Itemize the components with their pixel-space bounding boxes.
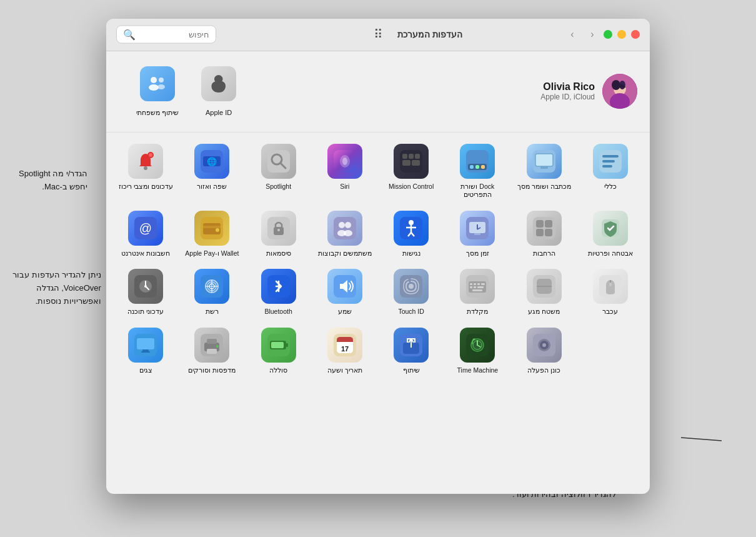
search-box[interactable]: 🔍 xyxy=(116,26,216,44)
profile-info[interactable]: Olivia Rico Apple ID, iCloud xyxy=(540,81,595,101)
svg-point-13 xyxy=(149,153,152,157)
svg-point-51 xyxy=(277,229,280,231)
keyboard-icon xyxy=(460,269,495,304)
siri-icon xyxy=(327,144,362,179)
screensaver-label: מכתבה ושומר מסך xyxy=(517,183,571,191)
passwords-icon xyxy=(261,211,296,246)
icon-printers[interactable]: מדפסות וסורקים xyxy=(179,321,245,380)
accessibility-annotation: ניתן להגדיר העדפות עבורVoiceOver, הגדלהו… xyxy=(12,269,101,308)
displays-label: צגים xyxy=(139,366,152,375)
icon-wallet[interactable]: Wallet ו-Apple Pay xyxy=(179,204,245,263)
sound-label: שמע xyxy=(338,308,352,316)
network-icon xyxy=(194,269,229,304)
svg-rect-27 xyxy=(402,154,407,159)
back-button[interactable]: ‹ xyxy=(565,27,580,42)
minimize-button[interactable] xyxy=(617,30,626,39)
svg-rect-18 xyxy=(267,150,290,173)
maximize-button[interactable] xyxy=(604,30,612,39)
startup-icon xyxy=(527,328,562,363)
forward-button[interactable]: › xyxy=(585,27,600,42)
icon-language[interactable]: 🌐 שפה ואזור xyxy=(179,138,245,204)
security-privacy-label: אבטחה ופרטיות xyxy=(588,249,633,258)
icon-timemachine[interactable]: Time Machine xyxy=(444,321,510,380)
dock-label: Dock ושורת התפריטים xyxy=(447,183,508,199)
svg-rect-65 xyxy=(474,233,480,235)
icon-screentime[interactable]: זמן מסך xyxy=(444,204,510,263)
icon-spotlight[interactable]: Spotlight xyxy=(246,138,312,204)
icon-notifications[interactable]: עדכונים ומצבי ריכוז xyxy=(112,138,179,204)
icon-screensaver[interactable]: מכתבה ושומר מסך xyxy=(511,138,577,204)
icon-sharing[interactable]: שיתוף xyxy=(378,321,444,380)
svg-rect-42 xyxy=(602,165,612,168)
icon-displays[interactable]: צגים xyxy=(112,321,179,380)
bluetooth-icon xyxy=(261,269,296,304)
svg-point-102 xyxy=(609,283,612,286)
extensions-label: הרחבות xyxy=(533,249,555,258)
svg-rect-72 xyxy=(545,229,552,236)
icon-security-passwords[interactable]: סיסמאות xyxy=(246,204,312,263)
spotlight-annot-text: הגדר/י מה Spotlightיחפש ב-Mac. xyxy=(19,168,87,194)
internet-icon: @ xyxy=(128,211,163,246)
profile-area[interactable]: שיתוף משפחתי Apple ID Olivia Rico Apple … xyxy=(106,51,650,133)
icon-battery[interactable]: סוללה xyxy=(246,321,312,380)
startup-label: כונן הפעלה xyxy=(527,366,560,375)
icon-security2[interactable]: אבטחה ופרטיות xyxy=(577,204,644,263)
software-update-label: עדכוני תוכנה xyxy=(127,308,164,316)
icon-bluetooth[interactable]: Bluetooth xyxy=(246,263,312,321)
icon-siri[interactable]: Siri xyxy=(312,138,378,204)
window-title: העדפות המערכת xyxy=(397,29,462,39)
svg-rect-29 xyxy=(415,154,420,159)
icon-general[interactable]: כללי xyxy=(577,138,644,204)
icon-keyboard[interactable]: מקלדת xyxy=(444,263,510,321)
sharing-icon xyxy=(394,328,429,363)
icon-software[interactable]: עדכוני תוכנה xyxy=(112,263,179,321)
svg-line-2 xyxy=(681,438,722,441)
apple-id-icon-item[interactable]: Apple ID xyxy=(196,61,241,122)
printers-icon xyxy=(194,328,229,363)
datetime-label: תאריך ושעה xyxy=(327,366,362,375)
icon-missioncontrol[interactable]: Mission Control xyxy=(378,138,444,204)
icon-startup[interactable]: כונן הפעלה xyxy=(511,321,577,380)
sharing-label: שיתוף xyxy=(403,366,420,375)
internet-label: חשבונות אינטרנט xyxy=(121,249,170,258)
icons-grid: עדכונים ומצבי ריכוז 🌐 שפה ואזור xyxy=(106,133,650,385)
avatar[interactable] xyxy=(602,74,637,109)
svg-rect-26 xyxy=(412,160,420,166)
svg-point-23 xyxy=(342,158,347,165)
search-icon: 🔍 xyxy=(123,29,136,41)
svg-rect-33 xyxy=(475,165,479,169)
icon-mouse[interactable]: עכבר xyxy=(577,263,644,321)
family-sharing-icon-item[interactable]: שיתוף משפחתי xyxy=(131,61,184,122)
svg-rect-48 xyxy=(216,228,219,232)
battery-label: סוללה xyxy=(269,366,287,375)
general-icon xyxy=(593,144,628,179)
icon-sound[interactable]: שמע xyxy=(312,263,378,321)
icon-extensions[interactable]: הרחבות xyxy=(511,204,577,263)
svg-point-76 xyxy=(144,285,147,288)
battery-icon xyxy=(261,328,296,363)
icon-users[interactable]: משתמשים וקבוצות xyxy=(312,204,378,263)
icon-network[interactable]: רשת xyxy=(179,263,245,321)
keyboard-label: מקלדת xyxy=(467,308,488,316)
icon-datetime[interactable]: 17 תאריך ושעה xyxy=(312,321,378,380)
svg-rect-109 xyxy=(207,339,217,344)
svg-text:@: @ xyxy=(139,221,152,235)
search-input[interactable] xyxy=(139,30,209,39)
svg-text:🌐: 🌐 xyxy=(207,156,217,167)
screentime-label: זמן מסך xyxy=(466,249,489,258)
svg-rect-106 xyxy=(141,351,150,353)
icon-trackpad[interactable]: משטח מגע xyxy=(511,263,577,321)
spotlight-label: Spotlight xyxy=(266,183,291,191)
icon-accessibility[interactable]: נגישות xyxy=(378,204,444,263)
icon-internet[interactable]: @ חשבונות אינטרנט xyxy=(112,204,179,263)
icon-dock[interactable]: Dock ושורת התפריטים xyxy=(444,138,510,204)
accessibility-annot-text: ניתן להגדיר העדפות עבורVoiceOver, הגדלהו… xyxy=(12,269,101,308)
icon-touchid[interactable]: Touch ID xyxy=(378,263,444,321)
accessibility-label: נגישות xyxy=(402,249,420,258)
close-button[interactable] xyxy=(631,30,640,39)
extensions-icon xyxy=(527,211,562,246)
missioncontrol-icon xyxy=(394,144,429,179)
svg-rect-25 xyxy=(402,160,410,166)
grid-view-button[interactable]: ⠿ xyxy=(374,27,383,42)
spotlight-icon xyxy=(261,144,296,179)
